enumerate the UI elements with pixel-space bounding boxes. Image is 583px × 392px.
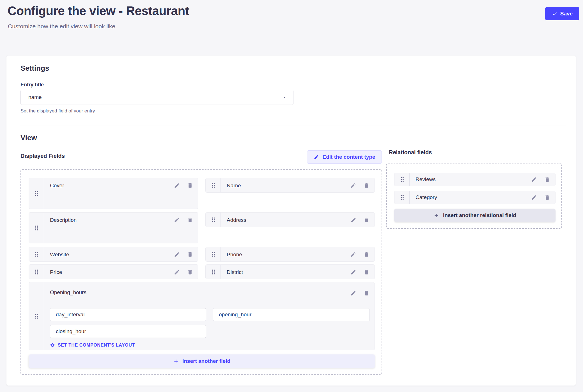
insert-another-relational-field-button[interactable]: Insert another relational field: [394, 209, 556, 222]
drag-handle-icon: [211, 217, 215, 223]
component-card-opening-hours: Opening_hours day_interval opening_hour …: [29, 282, 375, 350]
field-card-website: Website: [29, 247, 198, 262]
insert-another-field-button[interactable]: Insert another field: [29, 354, 375, 368]
field-label: Price: [50, 265, 62, 280]
displayed-fields-label: Displayed Fields: [20, 153, 65, 159]
edit-field-icon[interactable]: [350, 290, 356, 296]
relational-card-category: Category: [394, 191, 556, 204]
drag-handle[interactable]: [29, 282, 44, 350]
edit-content-type-label: Edit the content type: [323, 154, 375, 160]
insert-another-field-label: Insert another field: [182, 358, 230, 364]
drag-handle-icon: [400, 176, 404, 183]
edit-field-icon[interactable]: [174, 217, 180, 223]
edit-field-icon[interactable]: [531, 195, 537, 200]
field-card-cover: Cover: [29, 178, 198, 209]
section-divider: [20, 126, 566, 126]
plus-icon: [433, 213, 439, 218]
subfield-label: day_interval: [56, 312, 84, 318]
edit-content-type-button[interactable]: Edit the content type: [307, 150, 382, 164]
set-component-layout-label: SET THE COMPONENT'S LAYOUT: [58, 343, 135, 348]
delete-field-icon[interactable]: [187, 252, 193, 257]
save-button-label: Save: [560, 11, 573, 17]
field-card-address: Address: [205, 212, 375, 227]
field-card-description: Description: [29, 212, 198, 243]
edit-field-icon[interactable]: [531, 177, 537, 183]
configure-view-page: Configure the view - Restaurant Customiz…: [0, 0, 583, 392]
edit-field-icon[interactable]: [174, 252, 180, 257]
relational-field-label: Category: [416, 191, 437, 204]
entry-title-hint: Set the displayed field of your entry: [20, 108, 95, 114]
drag-handle[interactable]: [206, 213, 221, 227]
delete-field-icon[interactable]: [544, 195, 550, 200]
delete-field-icon[interactable]: [364, 217, 369, 223]
edit-field-icon[interactable]: [350, 183, 356, 188]
relational-fields-heading: Relational fields: [389, 149, 432, 156]
drag-handle-icon: [34, 251, 39, 257]
relational-fields-container: Reviews Category Insert another relation…: [386, 163, 562, 229]
drag-handle[interactable]: [29, 247, 44, 261]
relational-card-reviews: Reviews: [394, 173, 556, 186]
delete-field-icon[interactable]: [187, 217, 193, 223]
field-card-phone: Phone: [205, 247, 375, 262]
field-label: Name: [227, 178, 241, 193]
field-label: Description: [50, 213, 77, 227]
page-subtitle: Customize how the edit view will look li…: [8, 23, 117, 30]
drag-handle-icon: [211, 269, 215, 275]
drag-handle[interactable]: [29, 213, 44, 243]
drag-handle[interactable]: [394, 191, 410, 204]
check-icon: [552, 11, 557, 16]
entry-title-label: Entry title: [20, 82, 44, 88]
drag-handle-icon: [34, 190, 39, 197]
drag-handle[interactable]: [206, 247, 221, 261]
view-heading: View: [20, 133, 37, 142]
component-subfield-closing-hour[interactable]: closing_hour: [50, 325, 206, 338]
drag-handle-icon: [211, 251, 215, 257]
delete-field-icon[interactable]: [364, 269, 369, 275]
component-subfield-opening-hour[interactable]: opening_hour: [213, 308, 370, 321]
entry-title-select[interactable]: name: [20, 90, 293, 105]
drag-handle-icon: [400, 194, 404, 200]
drag-handle[interactable]: [206, 265, 221, 279]
drag-handle-icon: [34, 269, 39, 275]
edit-field-icon[interactable]: [350, 252, 356, 257]
edit-field-icon[interactable]: [174, 269, 180, 275]
delete-field-icon[interactable]: [187, 183, 193, 188]
edit-field-icon[interactable]: [350, 217, 356, 223]
field-card-price: Price: [29, 264, 198, 279]
edit-field-icon[interactable]: [350, 269, 356, 275]
save-button[interactable]: Save: [545, 7, 579, 20]
delete-field-icon[interactable]: [544, 177, 550, 183]
field-label: Website: [50, 247, 69, 262]
drag-handle[interactable]: [29, 178, 44, 209]
set-component-layout-link[interactable]: SET THE COMPONENT'S LAYOUT: [50, 342, 135, 349]
pencil-icon: [314, 155, 319, 160]
delete-field-icon[interactable]: [364, 290, 369, 296]
drag-handle-icon: [34, 313, 39, 319]
page-title: Configure the view - Restaurant: [8, 4, 189, 18]
plus-icon: [173, 358, 179, 364]
displayed-fields-container: Cover Name Description: [20, 169, 382, 375]
insert-another-relational-field-label: Insert another relational field: [443, 212, 516, 218]
drag-handle[interactable]: [29, 265, 44, 279]
entry-title-select-value: name: [28, 94, 282, 100]
field-card-name: Name: [205, 178, 375, 193]
edit-field-icon[interactable]: [174, 183, 180, 188]
field-label: Phone: [227, 247, 242, 262]
drag-handle-icon: [34, 225, 39, 231]
delete-field-icon[interactable]: [187, 269, 193, 275]
field-label: Cover: [50, 178, 64, 193]
drag-handle[interactable]: [206, 178, 221, 192]
field-label: District: [227, 265, 243, 280]
delete-field-icon[interactable]: [364, 183, 369, 188]
field-label: Address: [227, 213, 246, 227]
component-subfield-day-interval[interactable]: day_interval: [50, 308, 206, 321]
chevron-down-icon: [282, 95, 286, 100]
subfield-label: closing_hour: [56, 328, 86, 335]
subfield-label: opening_hour: [219, 312, 251, 318]
settings-heading: Settings: [20, 64, 49, 73]
drag-handle[interactable]: [394, 173, 410, 186]
field-card-district: District: [205, 264, 375, 279]
gear-icon: [50, 343, 55, 348]
delete-field-icon[interactable]: [364, 252, 369, 257]
configuration-panel: Settings Entry title name Set the displa…: [6, 56, 576, 386]
